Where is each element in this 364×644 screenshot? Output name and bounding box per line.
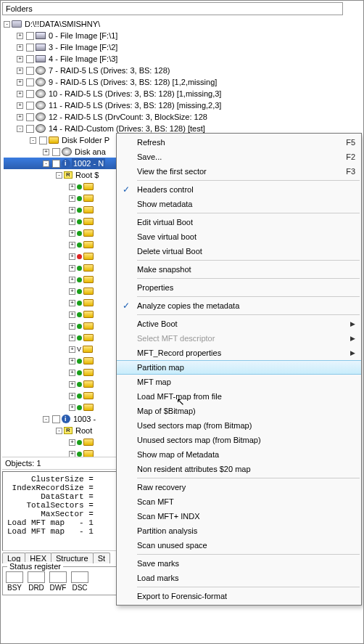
tree-checkbox[interactable] (52, 148, 60, 156)
menu-item[interactable]: Scan MFT (117, 494, 361, 509)
tree-checkbox[interactable] (39, 136, 47, 144)
tree-expander[interactable]: + (69, 184, 75, 190)
menu-item[interactable]: Save virtual boot (117, 229, 361, 244)
tree-expander[interactable]: + (69, 300, 75, 306)
menu-item[interactable]: MFT_Record properties▶ (117, 346, 361, 360)
menu-item[interactable]: Load marks (117, 571, 361, 585)
tree-checkbox[interactable] (52, 415, 60, 423)
tree-expander[interactable]: + (69, 404, 75, 411)
tree-expander[interactable]: + (69, 277, 75, 283)
tree-item-label[interactable]: Root $ (74, 170, 99, 180)
tree-expander[interactable]: - (43, 160, 49, 167)
menu-item[interactable]: Unused sectors map (from Bitmap) (117, 433, 361, 447)
menu-item[interactable]: Used sectors map (from Bitmap) (117, 418, 361, 433)
tree-checkbox[interactable] (26, 55, 34, 63)
tree-expander[interactable]: + (69, 219, 75, 225)
tree-expander[interactable]: + (69, 358, 75, 364)
menu-item[interactable]: Export to Forensic-format (117, 589, 361, 603)
menu-item[interactable]: Partition map (117, 360, 361, 375)
tree-item-label[interactable]: 11 - RAID-5 LS (Drives: 3, BS: 128) [mis… (47, 100, 221, 110)
tree-item-label[interactable]: 7 - RAID-5 LS (Drives: 3, BS: 128) (47, 65, 170, 76)
tree-expander[interactable]: - (56, 172, 62, 179)
tree-expander[interactable]: + (17, 33, 23, 39)
tree-expander[interactable]: + (17, 68, 23, 74)
tree-expander[interactable]: + (17, 44, 23, 51)
tree-item-label[interactable]: 0 - File Image [F:\1] (47, 30, 117, 41)
tree-expander[interactable]: + (69, 265, 75, 272)
menu-item[interactable]: RefreshF5 (117, 135, 361, 150)
menu-item[interactable]: Scan unused space (117, 538, 361, 553)
tree-expander[interactable]: + (69, 323, 75, 330)
tree-expander[interactable]: + (69, 381, 75, 388)
tree-expander[interactable]: + (17, 56, 23, 62)
menu-item[interactable]: Load MFT-map from file (117, 389, 361, 404)
tree-item-label[interactable]: 9 - RAID-5 LS (Drives: 3, BS: 128) [1,2,… (47, 77, 217, 87)
menu-item[interactable]: MFT map (117, 375, 361, 389)
tree-checkbox[interactable] (52, 160, 60, 168)
tree-expander[interactable]: - (56, 428, 62, 434)
tree-expander[interactable]: + (69, 288, 75, 295)
context-menu[interactable]: RefreshF5Save...F2View the first sectorF… (116, 133, 362, 606)
menu-item[interactable]: Save...F2 (117, 150, 361, 164)
tree-expander[interactable]: + (69, 242, 75, 248)
tree-item-label[interactable]: 3 - File Image [F:\2] (47, 42, 117, 52)
tree-expander[interactable]: + (69, 230, 75, 237)
menu-item[interactable]: Scan MFT+ INDX (117, 509, 361, 523)
tree-item-label[interactable]: D:\!!DATA\SMISHNY\ (23, 19, 100, 29)
tree-expander[interactable]: - (30, 137, 36, 144)
tree-item-label[interactable]: Root (74, 425, 92, 436)
tree-item-label[interactable]: 12 - RAID-5 LS (DrvCount: 3, BlockSize: … (47, 112, 207, 122)
tree-expander[interactable]: + (43, 149, 49, 155)
menu-item[interactable]: ✓Headers control (117, 182, 361, 197)
menu-item[interactable]: Properties (117, 280, 361, 295)
tree-expander[interactable]: + (69, 195, 75, 202)
menu-item[interactable]: View the first sectorF3 (117, 164, 361, 179)
tree-expander[interactable]: - (17, 126, 23, 132)
tree-expander[interactable]: + (69, 335, 75, 341)
menu-item[interactable]: Partition analysis (117, 523, 361, 538)
menu-item[interactable]: Show map of Metadata (117, 447, 361, 462)
menu-shortcut: F2 (346, 152, 355, 161)
menu-item[interactable]: Non resident attributes $20 map (117, 462, 361, 476)
tree-item-label[interactable]: Disk ana (73, 147, 106, 157)
tree-item-label[interactable]: 1003 - (72, 414, 96, 424)
menu-item[interactable]: Save marks (117, 556, 361, 571)
menu-item[interactable]: Delete virtual Boot (117, 244, 361, 258)
tree-expander[interactable]: + (69, 370, 75, 376)
menu-item[interactable]: Map of $Bitmap) (117, 404, 361, 418)
tree-expander[interactable]: - (4, 21, 10, 28)
tree-item-label[interactable]: Disk Folder P (60, 135, 109, 145)
tree-checkbox[interactable] (26, 102, 34, 110)
tree-checkbox[interactable] (26, 113, 34, 121)
tree-expander[interactable]: + (17, 91, 23, 97)
tree-item-label[interactable]: 14 - RAID-Custom (Drives: 3, BS: 128) [t… (47, 123, 205, 134)
tree-checkbox[interactable] (26, 32, 34, 40)
tree-expander[interactable]: + (69, 207, 75, 213)
tree-expander[interactable]: + (69, 346, 75, 353)
tree-checkbox[interactable] (26, 125, 34, 133)
tree-expander[interactable]: + (69, 451, 75, 457)
tree-expander[interactable]: + (17, 79, 23, 86)
tree-expander[interactable]: + (69, 393, 75, 399)
menu-item[interactable]: Active Boot▶ (117, 317, 361, 331)
tree-expander[interactable]: + (69, 439, 75, 446)
tree-expander[interactable]: + (69, 253, 75, 260)
menu-item[interactable]: Make snapshot (117, 262, 361, 277)
tree-item-label[interactable]: 1002 - N (72, 158, 105, 168)
tree-item-label[interactable]: 4 - File Image [F:\3] (47, 54, 117, 64)
tree-item-label[interactable]: 10 - RAID-5 LS (Drives: 3, BS: 128) [1,m… (47, 89, 221, 99)
menu-item-label: Unused sectors map (from Bitmap) (136, 436, 355, 444)
tree-expander[interactable]: + (17, 114, 23, 121)
tree-checkbox[interactable] (26, 44, 34, 52)
menu-item[interactable]: Edit virtual Boot (117, 215, 361, 229)
menu-item[interactable]: Raw recovery (117, 480, 361, 494)
tree-checkbox[interactable] (26, 67, 34, 75)
tree-expander[interactable]: + (17, 102, 23, 109)
menu-item[interactable]: ✓Analyze copies the metadata (117, 298, 361, 313)
tree-expander[interactable]: - (43, 416, 49, 423)
tree-checkbox[interactable] (26, 90, 34, 98)
tree-expander[interactable]: + (69, 311, 75, 318)
menu-item[interactable]: Show metadata (117, 197, 361, 211)
tab-st[interactable]: St (93, 553, 110, 563)
tree-checkbox[interactable] (26, 78, 34, 86)
